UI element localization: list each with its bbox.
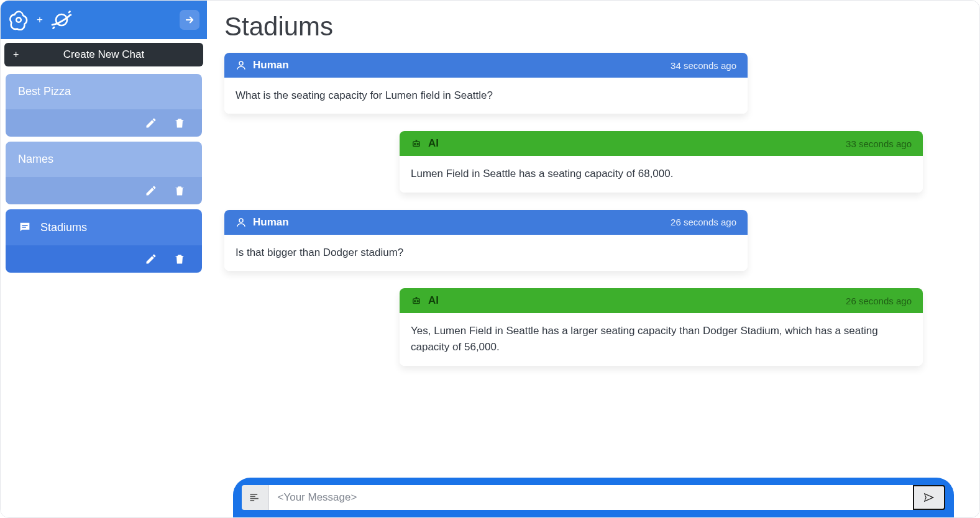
- chat-item-names[interactable]: Names: [6, 142, 202, 204]
- message-role: Human: [253, 216, 289, 229]
- chat-item-head: Best Pizza: [6, 74, 202, 109]
- chat-item-actions: [6, 109, 202, 137]
- pencil-icon[interactable]: [145, 117, 157, 129]
- message-body: What is the seating capacity for Lumen f…: [224, 78, 748, 114]
- message-body: Is that bigger than Dodger stadium?: [224, 235, 748, 271]
- message-header: AI 26 seconds ago: [400, 288, 923, 313]
- robot-icon: [411, 138, 422, 149]
- user-icon: [236, 60, 247, 71]
- trash-icon[interactable]: [173, 117, 186, 129]
- logo: +: [8, 9, 73, 31]
- svg-rect-2: [22, 225, 27, 226]
- message-human: Human 34 seconds ago What is the seating…: [224, 53, 748, 114]
- message-time: 34 seconds ago: [671, 60, 736, 71]
- svg-point-6: [414, 143, 416, 145]
- svg-rect-12: [250, 494, 258, 495]
- trash-icon[interactable]: [173, 184, 186, 197]
- chat-item-actions: [6, 245, 202, 273]
- message-time: 33 seconds ago: [846, 139, 912, 149]
- page-title: Stadiums: [224, 12, 979, 42]
- chat-item-label: Names: [18, 153, 53, 166]
- chat-item-actions: [6, 177, 202, 204]
- planet-logo-icon: [50, 9, 73, 31]
- composer: [233, 478, 954, 517]
- create-new-chat-label: Create New Chat: [13, 48, 195, 61]
- svg-rect-3: [22, 227, 25, 228]
- create-new-chat-button[interactable]: + Create New Chat: [4, 43, 203, 66]
- message-ai: AI 26 seconds ago Yes, Lumen Field in Se…: [400, 288, 923, 366]
- composer-wrap: [207, 478, 979, 517]
- chat-bubble-icon: [18, 220, 32, 234]
- svg-point-11: [417, 301, 418, 302]
- sidebar: + + Create New Chat: [1, 1, 207, 517]
- message-body: Lumen Field in Seattle has a seating cap…: [400, 156, 923, 192]
- svg-point-8: [239, 219, 243, 222]
- send-icon: [922, 491, 936, 504]
- svg-rect-15: [250, 500, 255, 501]
- trash-icon[interactable]: [173, 253, 186, 265]
- chat-item-stadiums[interactable]: Stadiums: [6, 209, 202, 273]
- chat-item-head: Stadiums: [6, 209, 202, 245]
- openai-logo-icon: [8, 9, 29, 30]
- messages: Human 34 seconds ago What is the seating…: [207, 47, 979, 470]
- message-header: Human 26 seconds ago: [224, 210, 748, 235]
- pencil-icon[interactable]: [145, 253, 157, 265]
- collapse-sidebar-button[interactable]: [180, 10, 199, 30]
- chat-list: Best Pizza Names: [1, 69, 207, 278]
- chat-item-label: Best Pizza: [18, 85, 71, 98]
- message-role: AI: [428, 137, 439, 150]
- pencil-icon[interactable]: [145, 184, 157, 197]
- app-window: + + Create New Chat: [0, 0, 980, 518]
- main: Stadiums Human 34 seconds ago What is th…: [207, 1, 979, 517]
- message-header: AI 33 seconds ago: [400, 131, 923, 156]
- svg-point-4: [239, 61, 243, 65]
- svg-point-7: [417, 143, 418, 145]
- plus-icon: +: [13, 50, 19, 60]
- message-role: AI: [428, 294, 439, 307]
- format-button[interactable]: [242, 485, 269, 510]
- message-body: Yes, Lumen Field in Seattle has a larger…: [400, 313, 923, 366]
- message-header: Human 34 seconds ago: [224, 53, 748, 78]
- message-human: Human 26 seconds ago Is that bigger than…: [224, 210, 748, 271]
- message-role: Human: [253, 59, 289, 71]
- send-button[interactable]: [913, 485, 945, 510]
- svg-point-10: [414, 301, 416, 302]
- svg-rect-14: [250, 498, 259, 499]
- chat-item-label: Stadiums: [40, 221, 87, 234]
- chat-item-best-pizza[interactable]: Best Pizza: [6, 74, 202, 137]
- user-icon: [236, 217, 247, 228]
- message-input[interactable]: [269, 485, 913, 510]
- arrow-right-icon: [184, 14, 195, 25]
- sidebar-header: +: [1, 1, 207, 39]
- chat-item-head: Names: [6, 142, 202, 177]
- robot-icon: [411, 295, 422, 306]
- svg-rect-13: [250, 496, 255, 498]
- paragraph-icon: [249, 491, 261, 504]
- svg-point-0: [16, 17, 21, 22]
- message-time: 26 seconds ago: [846, 296, 912, 306]
- plus-separator-icon: +: [37, 14, 43, 26]
- message-ai: AI 33 seconds ago Lumen Field in Seattle…: [400, 131, 923, 192]
- message-time: 26 seconds ago: [671, 217, 736, 227]
